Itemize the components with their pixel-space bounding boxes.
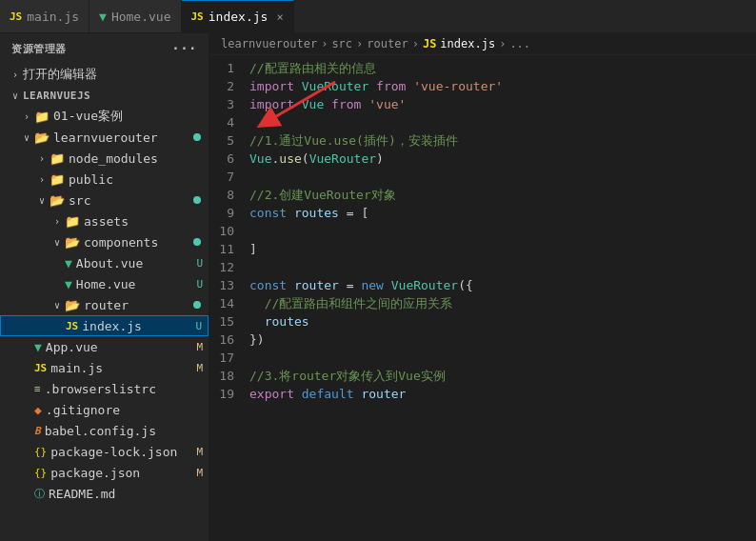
- sidebar-item-components-label: components: [84, 235, 193, 250]
- line-content: //2.创建VueRouter对象: [249, 186, 756, 204]
- sidebar-item-package-lock[interactable]: {} package-lock.json M: [0, 441, 209, 462]
- sidebar-item-about-vue-label: About.vue: [76, 256, 197, 270]
- chevron-right-icon: ›: [19, 111, 34, 122]
- folder-open-icon: 📂: [50, 193, 65, 208]
- tab-main-js-label: main.js: [27, 10, 79, 24]
- modified-badge: U: [195, 320, 202, 332]
- sidebar-item-main-js[interactable]: JS main.js M: [0, 357, 209, 378]
- code-editor[interactable]: 1 //配置路由相关的信息 2 import VueRouter from 'v…: [209, 55, 756, 541]
- breadcrumb-js-icon: JS: [423, 37, 436, 50]
- sidebar-item-learnvuejs[interactable]: ∨ LEARNVUEJS: [0, 85, 209, 106]
- sidebar-item-components[interactable]: ∨ 📂 components: [0, 231, 209, 252]
- line-number: 2: [209, 77, 249, 95]
- line-number: 13: [209, 276, 249, 294]
- tab-close-button[interactable]: ×: [276, 10, 283, 24]
- line-content: ]: [249, 240, 756, 258]
- folder-open-icon: 📂: [65, 235, 80, 250]
- line-number: 8: [209, 186, 249, 204]
- modified-dot: [193, 133, 201, 141]
- line-number: 10: [209, 222, 249, 240]
- sidebar-item-index-js[interactable]: JS index.js U: [0, 315, 209, 336]
- sidebar-item-package-json[interactable]: {} package.json M: [0, 462, 209, 483]
- line-number: 15: [209, 312, 249, 331]
- line-content: //配置路由相关的信息: [249, 59, 756, 77]
- sidebar-menu-button[interactable]: ···: [171, 41, 197, 56]
- code-line-1: 1 //配置路由相关的信息: [209, 59, 756, 77]
- sidebar-item-package-json-label: package.json: [50, 466, 196, 480]
- line-number: 5: [209, 131, 249, 150]
- sidebar-item-assets-label: assets: [84, 214, 209, 229]
- sidebar-item-learnvuerouter[interactable]: ∨ 📂 learnvuerouter: [0, 127, 209, 148]
- folder-open-icon: 📂: [65, 298, 80, 312]
- sidebar-item-babel-config[interactable]: B babel.config.js: [0, 420, 209, 441]
- line-number: 16: [209, 331, 249, 349]
- sidebar-item-router-label: router: [84, 298, 193, 312]
- js-icon: JS: [66, 320, 78, 332]
- line-content: //配置路由和组件之间的应用关系: [249, 294, 756, 312]
- code-line-4: 4: [209, 113, 756, 131]
- line-number: 4: [209, 113, 249, 131]
- sidebar-item-home-vue[interactable]: ▼ Home.vue U: [0, 273, 209, 294]
- sidebar-item-01vue[interactable]: › 📁 01-vue案例: [0, 106, 209, 127]
- sidebar-header: 资源管理器 ···: [0, 33, 209, 64]
- breadcrumb: learnvuerouter › src › router › JS index…: [209, 33, 756, 55]
- code-line-17: 17: [209, 349, 756, 367]
- sidebar-item-browserslistrc[interactable]: ≡ .browserslistrc: [0, 378, 209, 399]
- tab-home-vue-label: Home.vue: [111, 10, 171, 24]
- line-content: Vue.use(VueRouter): [249, 150, 756, 168]
- code-line-14: 14 //配置路由和组件之间的应用关系: [209, 294, 756, 312]
- line-number: 14: [209, 294, 249, 312]
- sidebar-item-app-vue[interactable]: ▼ App.vue M: [0, 336, 209, 357]
- sidebar-item-public[interactable]: › 📁 public: [0, 169, 209, 190]
- learnvuejs-label: LEARNVUEJS: [23, 90, 209, 102]
- sidebar-item-gitignore[interactable]: ◆ .gitignore: [0, 399, 209, 420]
- tab-home-vue[interactable]: ▼ Home.vue: [90, 0, 181, 32]
- sidebar-item-learnvuerouter-label: learnvuerouter: [53, 130, 193, 145]
- breadcrumb-learnvuerouter: learnvuerouter: [221, 37, 317, 50]
- breadcrumb-index-js: index.js: [440, 37, 495, 50]
- vue-icon: ▼: [65, 256, 72, 270]
- sidebar-item-main-js-label: main.js: [50, 361, 196, 375]
- line-content: [249, 258, 756, 276]
- tab-index-js[interactable]: JS index.js ×: [182, 0, 294, 32]
- sidebar-item-src[interactable]: ∨ 📂 src: [0, 190, 209, 210]
- line-content: const router = new VueRouter({: [249, 276, 756, 294]
- line-number: 6: [209, 150, 249, 168]
- opened-editors-label: 打开的编辑器: [23, 66, 209, 83]
- sidebar-item-router[interactable]: ∨ 📂 router: [0, 294, 209, 315]
- sidebar: 资源管理器 ··· › 打开的编辑器 ∨ LEARNVUEJS › 📁 01-v…: [0, 33, 209, 541]
- sidebar-item-assets[interactable]: › 📁 assets: [0, 210, 209, 231]
- breadcrumb-arrow: ›: [499, 37, 506, 50]
- code-line-2: 2 import VueRouter from 'vue-router': [209, 77, 756, 95]
- readme-icon: ⓘ: [34, 487, 45, 501]
- json-icon: {}: [34, 446, 47, 458]
- sidebar-item-about-vue[interactable]: ▼ About.vue U: [0, 252, 209, 273]
- sidebar-item-readme[interactable]: ⓘ README.md: [0, 483, 209, 504]
- folder-open-icon: 📂: [34, 130, 50, 145]
- modified-badge: M: [196, 341, 203, 353]
- sidebar-item-src-label: src: [69, 193, 193, 208]
- editor-area: learnvuerouter › src › router › JS index…: [209, 33, 756, 541]
- opened-editors-section[interactable]: › 打开的编辑器: [0, 64, 209, 85]
- modified-badge: M: [196, 467, 203, 479]
- line-number: 18: [209, 367, 249, 385]
- line-number: 9: [209, 204, 249, 222]
- chevron-down-icon: ∨: [50, 237, 65, 248]
- folder-icon: 📁: [34, 110, 50, 124]
- tab-main-js[interactable]: JS main.js: [0, 0, 90, 32]
- chevron-down-icon: ∨: [8, 90, 23, 101]
- line-number: 19: [209, 385, 249, 403]
- folder-icon: 📁: [50, 172, 65, 187]
- sidebar-item-01vue-label: 01-vue案例: [53, 108, 209, 125]
- code-line-3: 3 import Vue from 'vue': [209, 95, 756, 113]
- chevron-right-icon: ›: [8, 70, 23, 80]
- vue-icon: ▼: [65, 277, 72, 291]
- sidebar-item-node-modules[interactable]: › 📁 node_modules: [0, 148, 209, 169]
- code-line-12: 12: [209, 258, 756, 276]
- line-number: 12: [209, 258, 249, 276]
- json-icon: {}: [34, 467, 47, 479]
- line-content: const routes = [: [249, 204, 756, 222]
- main-area: 资源管理器 ··· › 打开的编辑器 ∨ LEARNVUEJS › 📁 01-v…: [0, 33, 756, 541]
- js-icon: JS: [34, 362, 47, 374]
- sidebar-item-public-label: public: [69, 172, 209, 187]
